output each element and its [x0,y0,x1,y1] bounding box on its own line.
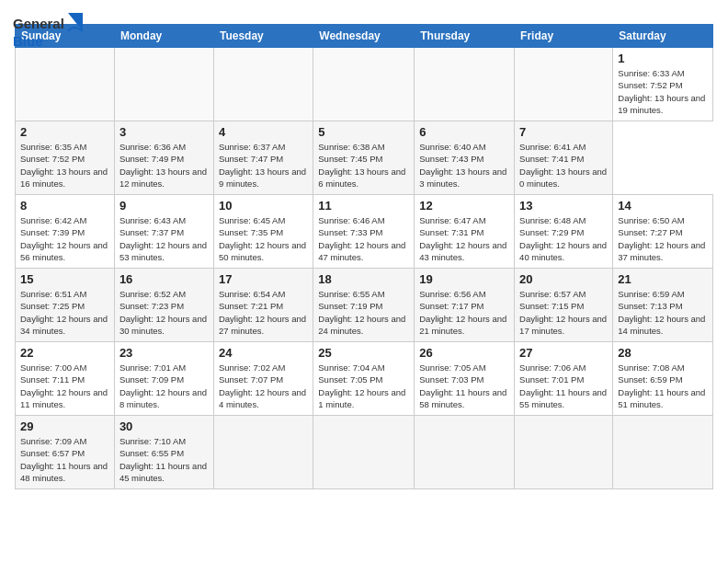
day-detail: Sunrise: 6:55 AMSunset: 7:19 PMDaylight:… [318,289,405,336]
day-cell: 1Sunrise: 6:33 AMSunset: 7:52 PMDaylight… [613,48,713,121]
day-number: 7 [519,125,608,139]
day-detail: Sunrise: 6:52 AMSunset: 7:23 PMDaylight:… [119,289,207,336]
day-number: 22 [20,346,109,360]
day-cell: 26Sunrise: 7:05 AMSunset: 7:03 PMDayligh… [415,342,515,416]
day-cell: 8Sunrise: 6:42 AMSunset: 7:39 PMDaylight… [16,195,115,269]
day-number: 21 [618,272,708,286]
day-cell: 16Sunrise: 6:52 AMSunset: 7:23 PMDayligh… [114,269,213,342]
empty-day-cell [16,48,115,121]
day-number: 8 [20,199,109,213]
day-cell: 18Sunrise: 6:55 AMSunset: 7:19 PMDayligh… [313,269,415,342]
day-cell: 28Sunrise: 7:08 AMSunset: 6:59 PMDayligh… [613,342,713,416]
day-cell: 21Sunrise: 6:59 AMSunset: 7:13 PMDayligh… [613,269,713,342]
day-cell: 25Sunrise: 7:04 AMSunset: 7:05 PMDayligh… [313,342,415,416]
day-detail: Sunrise: 6:40 AMSunset: 7:43 PMDaylight:… [419,142,506,189]
day-number: 18 [318,272,409,286]
day-number: 4 [219,125,308,139]
day-detail: Sunrise: 6:57 AMSunset: 7:15 PMDaylight:… [519,289,607,336]
day-cell: 22Sunrise: 7:00 AMSunset: 7:11 PMDayligh… [16,342,115,416]
logo-general-text: General [13,16,64,31]
day-detail: Sunrise: 6:59 AMSunset: 7:13 PMDaylight:… [618,289,705,336]
day-of-week-header: Thursday [415,25,515,48]
day-number: 16 [119,272,209,286]
day-detail: Sunrise: 6:33 AMSunset: 7:52 PMDaylight:… [618,68,705,115]
day-number: 25 [318,346,409,360]
day-detail: Sunrise: 6:41 AMSunset: 7:41 PMDaylight:… [519,142,607,189]
day-detail: Sunrise: 7:04 AMSunset: 7:05 PMDaylight:… [318,362,405,409]
day-number: 1 [618,52,708,65]
day-detail: Sunrise: 7:09 AMSunset: 6:57 PMDaylight:… [20,436,108,483]
day-cell: 14Sunrise: 6:50 AMSunset: 7:27 PMDayligh… [613,195,713,269]
day-detail: Sunrise: 7:05 AMSunset: 7:03 PMDaylight:… [419,362,506,409]
logo-wave-icon [66,13,83,33]
empty-day-cell [114,48,213,121]
day-detail: Sunrise: 6:51 AMSunset: 7:25 PMDaylight:… [20,289,108,336]
day-cell: 5Sunrise: 6:38 AMSunset: 7:45 PMDaylight… [313,121,415,195]
day-number: 30 [119,419,209,433]
day-number: 20 [519,272,608,286]
day-cell: 4Sunrise: 6:37 AMSunset: 7:47 PMDaylight… [213,121,313,195]
day-detail: Sunrise: 6:54 AMSunset: 7:21 PMDaylight:… [219,289,306,336]
day-detail: Sunrise: 7:10 AMSunset: 6:55 PMDaylight:… [119,436,207,483]
day-number: 13 [519,199,608,213]
calendar-week-row: 22Sunrise: 7:00 AMSunset: 7:11 PMDayligh… [16,342,713,416]
day-detail: Sunrise: 6:38 AMSunset: 7:45 PMDaylight:… [318,142,405,189]
day-cell: 27Sunrise: 7:06 AMSunset: 7:01 PMDayligh… [515,342,613,416]
day-number: 23 [119,346,209,360]
day-cell: 9Sunrise: 6:43 AMSunset: 7:37 PMDaylight… [114,195,213,269]
day-number: 26 [419,346,509,360]
empty-day-cell [213,416,313,489]
day-of-week-header: Wednesday [313,25,415,48]
empty-day-cell [313,48,415,121]
day-of-week-header: Monday [114,25,213,48]
day-number: 14 [618,199,708,213]
empty-day-cell [313,416,415,489]
day-detail: Sunrise: 6:37 AMSunset: 7:47 PMDaylight:… [219,142,306,189]
day-detail: Sunrise: 6:35 AMSunset: 7:52 PMDaylight:… [20,142,108,189]
empty-day-cell [515,48,613,121]
calendar-week-row: 15Sunrise: 6:51 AMSunset: 7:25 PMDayligh… [16,269,713,342]
day-number: 27 [519,346,608,360]
day-detail: Sunrise: 6:47 AMSunset: 7:31 PMDaylight:… [419,215,506,262]
empty-day-cell [415,48,515,121]
day-cell: 12Sunrise: 6:47 AMSunset: 7:31 PMDayligh… [415,195,515,269]
day-number: 5 [318,125,409,139]
day-detail: Sunrise: 7:08 AMSunset: 6:59 PMDaylight:… [618,362,705,409]
day-detail: Sunrise: 6:42 AMSunset: 7:39 PMDaylight:… [20,215,108,262]
calendar-week-row: 2Sunrise: 6:35 AMSunset: 7:52 PMDaylight… [16,121,713,195]
day-number: 28 [618,346,708,360]
day-detail: Sunrise: 6:36 AMSunset: 7:49 PMDaylight:… [119,142,207,189]
day-cell: 6Sunrise: 6:40 AMSunset: 7:43 PMDaylight… [415,121,515,195]
day-number: 11 [318,199,409,213]
calendar-week-row: 8Sunrise: 6:42 AMSunset: 7:39 PMDaylight… [16,195,713,269]
day-cell: 11Sunrise: 6:46 AMSunset: 7:33 PMDayligh… [313,195,415,269]
calendar-week-row: 29Sunrise: 7:09 AMSunset: 6:57 PMDayligh… [16,416,713,489]
logo-blue-text: Blue [13,33,43,49]
empty-day-cell [613,416,713,489]
day-number: 17 [219,272,308,286]
empty-day-cell [515,416,613,489]
day-cell: 30Sunrise: 7:10 AMSunset: 6:55 PMDayligh… [114,416,213,489]
day-of-week-header: Saturday [613,25,713,48]
real-logo: General Blue [13,13,83,50]
day-cell: 19Sunrise: 6:56 AMSunset: 7:17 PMDayligh… [415,269,515,342]
day-cell: 20Sunrise: 6:57 AMSunset: 7:15 PMDayligh… [515,269,613,342]
day-number: 6 [419,125,509,139]
day-cell: 13Sunrise: 6:48 AMSunset: 7:29 PMDayligh… [515,195,613,269]
day-number: 15 [20,272,109,286]
day-number: 29 [20,419,109,433]
day-cell: 15Sunrise: 6:51 AMSunset: 7:25 PMDayligh… [16,269,115,342]
calendar-table: SundayMondayTuesdayWednesdayThursdayFrid… [15,24,713,489]
day-detail: Sunrise: 6:46 AMSunset: 7:33 PMDaylight:… [318,215,405,262]
day-number: 12 [419,199,509,213]
day-number: 2 [20,125,109,139]
day-of-week-header: Tuesday [213,25,313,48]
day-number: 19 [419,272,509,286]
calendar-week-row: 1Sunrise: 6:33 AMSunset: 7:52 PMDaylight… [16,48,713,121]
day-detail: Sunrise: 7:01 AMSunset: 7:09 PMDaylight:… [119,362,207,409]
day-number: 24 [219,346,308,360]
day-cell: 17Sunrise: 6:54 AMSunset: 7:21 PMDayligh… [213,269,313,342]
day-detail: Sunrise: 6:48 AMSunset: 7:29 PMDaylight:… [519,215,607,262]
day-cell: 29Sunrise: 7:09 AMSunset: 6:57 PMDayligh… [16,416,115,489]
day-cell: 10Sunrise: 6:45 AMSunset: 7:35 PMDayligh… [213,195,313,269]
